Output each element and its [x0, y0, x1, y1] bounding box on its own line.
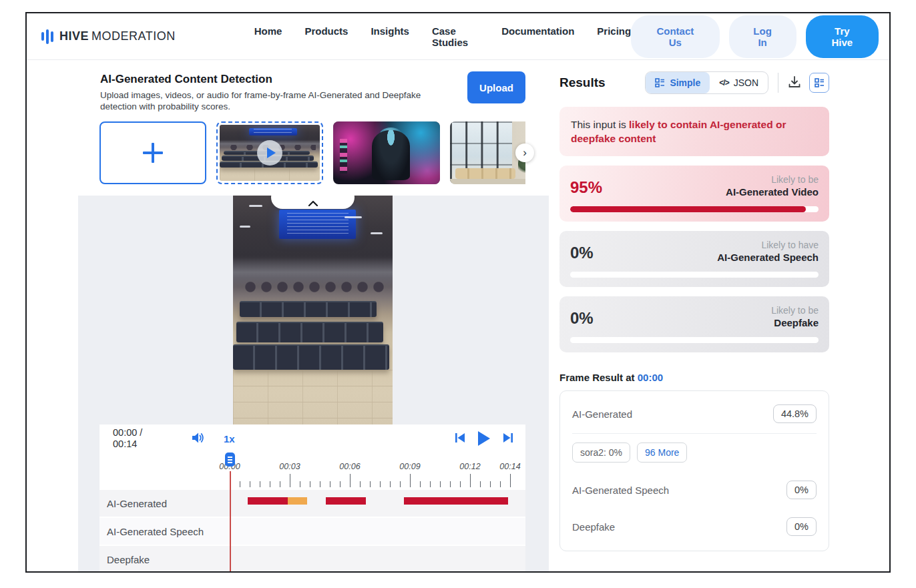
previous-frame-button[interactable]: [455, 431, 465, 446]
score-value: 0%: [570, 244, 594, 262]
timeline-ruler[interactable]: [230, 474, 510, 488]
playback-speed-button[interactable]: 1x: [224, 433, 235, 445]
ruler-tick: [370, 481, 371, 487]
ruler-tick: [300, 481, 300, 487]
ruler-tick: [460, 481, 461, 487]
video-frame[interactable]: [233, 196, 393, 424]
try-hive-button[interactable]: Try Hive: [806, 15, 879, 58]
more-models-chip[interactable]: 96 More: [637, 443, 687, 463]
track-lane[interactable]: [230, 518, 510, 545]
ruler-tick: [350, 474, 351, 487]
video-thumbnail-selected[interactable]: [216, 121, 323, 184]
upload-button[interactable]: Upload: [467, 71, 525, 103]
image-thumbnail-cyberpunk[interactable]: [333, 121, 440, 184]
crowd-art: [242, 278, 386, 298]
ruler-tick: [320, 481, 320, 487]
track-label: AI-Generated Speech: [99, 518, 230, 545]
playhead-line: [230, 471, 231, 573]
score-progress-fill: [570, 206, 806, 212]
detection-segment[interactable]: [404, 497, 508, 505]
demo-header-text: AI-Generated Content Detection Upload im…: [100, 73, 457, 112]
contact-us-button[interactable]: Contact Us: [631, 15, 719, 58]
frame-result-label: Frame Result at: [559, 372, 635, 383]
score-card-deepfake: 0% Likely to be Deepfake: [559, 296, 829, 352]
carousel-next-button[interactable]: ›: [515, 143, 534, 162]
track-lane[interactable]: [230, 490, 510, 517]
neon-art: [340, 139, 347, 174]
timeline-labels: 00:0000:0300:0600:0900:1200:14: [230, 462, 510, 472]
ruler-tick: [410, 474, 411, 487]
score-label: AI-Generated Speech: [717, 252, 819, 263]
nav-item-products[interactable]: Products: [304, 25, 348, 48]
ruler-tick: [240, 481, 240, 487]
ruler-tick: [280, 481, 280, 487]
timeline-panel: 00:00 / 00:14 1x: [99, 424, 525, 573]
carousel-track: [99, 121, 525, 184]
time-display: 00:00 / 00:14: [113, 427, 150, 450]
ruler-tick: [440, 481, 441, 487]
collapse-player-button[interactable]: [271, 196, 355, 209]
brand-text: HIVEMODERATION: [59, 29, 176, 43]
detection-segment[interactable]: [288, 497, 307, 505]
score-label: Deepfake: [771, 317, 819, 328]
ceiling-light-art: [371, 232, 383, 234]
frame-result-time-link[interactable]: 00:00: [638, 372, 663, 383]
toggle-simple[interactable]: Simple: [646, 72, 710, 93]
play-overlay: [218, 123, 322, 183]
verdict-banner: This input is likely to contain AI-gener…: [559, 107, 829, 156]
score-card-speech: 0% Likely to have AI-Generated Speech: [559, 231, 829, 287]
log-in-button[interactable]: Log In: [729, 15, 796, 58]
ruler-tick: [500, 481, 501, 487]
track-lane[interactable]: [230, 546, 510, 573]
playhead-handle[interactable]: [225, 453, 235, 467]
download-results-button[interactable]: [788, 74, 801, 91]
model-score-chip[interactable]: sora2: 0%: [572, 443, 630, 463]
seat-row-art: [233, 344, 389, 370]
view-toggle: Simple </> JSON: [645, 71, 768, 94]
skip-forward-icon: [503, 432, 513, 443]
ruler-tick: [390, 481, 391, 487]
ruler-tick: [340, 481, 340, 487]
frame-row-label: AI-Generated Speech: [572, 485, 669, 496]
hive-logo[interactable]: HIVEMODERATION: [41, 29, 176, 45]
detail-view-button[interactable]: [809, 73, 829, 93]
floor-art: [450, 179, 525, 184]
detection-segment[interactable]: [326, 497, 366, 505]
ruler-tick: [270, 481, 270, 487]
ruler-tick: [490, 481, 491, 487]
nav-item-case-studies[interactable]: Case Studies: [432, 25, 479, 48]
model-chips: sora2: 0% 96 More: [572, 443, 817, 463]
tick-label: 00:09: [399, 462, 420, 471]
image-thumbnail-interior[interactable]: [450, 121, 525, 184]
frame-row-label: Deepfake: [572, 521, 615, 533]
figure-art: [372, 130, 411, 180]
nav-item-documentation[interactable]: Documentation: [501, 25, 574, 48]
results-panel: Results Simple </> JS: [559, 60, 829, 573]
main-content: AI-Generated Content Detection Upload im…: [27, 60, 889, 573]
play-button[interactable]: [477, 431, 491, 446]
nav-item-home[interactable]: Home: [254, 25, 282, 48]
interior-thumb-art: [450, 121, 525, 184]
toggle-json[interactable]: </> JSON: [710, 72, 768, 93]
nav-item-pricing[interactable]: Pricing: [597, 25, 631, 48]
track-label: AI-Generated: [99, 490, 230, 517]
score-qualifier: Likely to be: [726, 174, 819, 185]
add-file-tile[interactable]: [99, 121, 206, 184]
score-qualifier: Likely to have: [717, 240, 819, 250]
track-row: AI-Generated: [99, 490, 525, 517]
demo-header: AI-Generated Content Detection Upload im…: [78, 60, 549, 112]
seat-row-art: [236, 322, 383, 342]
next-frame-button[interactable]: [503, 431, 513, 446]
form-list-icon: [815, 78, 825, 87]
score-progress-track: [570, 272, 819, 278]
browser-page: HIVEMODERATION Home Products Insights Ca…: [25, 12, 891, 573]
ruler-tick: [510, 474, 511, 487]
simple-view-icon: [655, 78, 665, 87]
divider: [572, 433, 817, 434]
ruler-tick: [450, 481, 451, 487]
nav-item-insights[interactable]: Insights: [371, 25, 409, 48]
volume-button[interactable]: [192, 432, 205, 445]
detection-segment[interactable]: [248, 497, 288, 505]
score-value: 95%: [570, 178, 602, 197]
track-rows: AI-GeneratedAI-Generated SpeechDeepfake: [99, 490, 525, 573]
